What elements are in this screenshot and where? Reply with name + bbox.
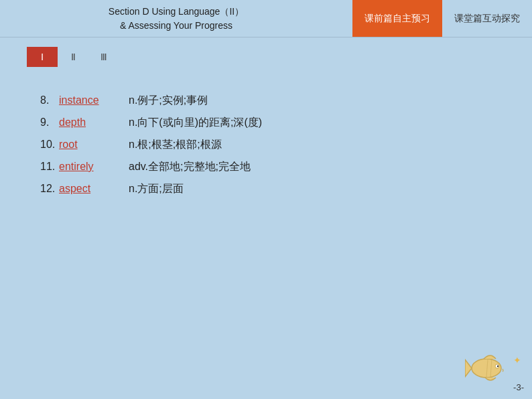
item-def-9: n.向下(或向里)的距离;深(度) — [129, 116, 262, 130]
title-line2: & Assessing Your Progress — [120, 19, 232, 33]
item-answer-12: aspect — [59, 183, 126, 195]
page-number: -3- — [513, 382, 524, 392]
item-answer-10: root — [59, 139, 126, 151]
title-line1: Section D Using Language（II） — [109, 5, 244, 19]
header: Section D Using Language（II） & Assessing… — [0, 0, 532, 37]
item-number-11: 11. — [40, 161, 59, 173]
roman-tab-2[interactable]: Ⅱ — [58, 47, 88, 67]
header-title: Section D Using Language（II） & Assessing… — [0, 0, 352, 37]
item-number-9: 9. — [40, 116, 59, 129]
item-number-12: 12. — [40, 183, 59, 195]
list-item: 10. root n.根;根茎;根部;根源 — [40, 138, 492, 152]
list-item: 12. aspect n.方面;层面 — [40, 182, 492, 196]
list-item: 8. instance n.例子;实例;事例 — [40, 94, 492, 108]
svg-marker-1 — [465, 360, 472, 377]
roman-tab-3[interactable]: Ⅲ — [88, 47, 119, 67]
roman-tab-1[interactable]: Ⅰ — [27, 47, 58, 67]
fish-decoration — [465, 349, 512, 383]
item-def-8: n.例子;实例;事例 — [129, 94, 208, 108]
vocab-list: 8. instance n.例子;实例;事例 9. depth n.向下(或向里… — [40, 94, 492, 196]
tab-preview[interactable]: 课前篇自主预习 — [352, 0, 442, 37]
item-def-12: n.方面;层面 — [129, 182, 184, 196]
item-answer-9: depth — [59, 116, 126, 129]
item-number-10: 10. — [40, 139, 59, 151]
item-number-8: 8. — [40, 94, 59, 106]
item-def-11: adv.全部地;完整地;完全地 — [129, 160, 251, 174]
item-def-10: n.根;根茎;根部;根源 — [129, 138, 222, 152]
svg-point-3 — [497, 366, 498, 367]
content-area: 8. instance n.例子;实例;事例 9. depth n.向下(或向里… — [0, 74, 532, 218]
tab-classroom[interactable]: 课堂篇互动探究 — [442, 0, 532, 37]
roman-tab-bar: Ⅰ Ⅱ Ⅲ — [0, 40, 532, 74]
list-item: 11. entirely adv.全部地;完整地;完全地 — [40, 160, 492, 174]
item-answer-8: instance — [59, 94, 126, 106]
item-answer-11: entirely — [59, 161, 126, 173]
list-item: 9. depth n.向下(或向里)的距离;深(度) — [40, 116, 492, 130]
star-decoration: ✦ — [513, 355, 521, 366]
